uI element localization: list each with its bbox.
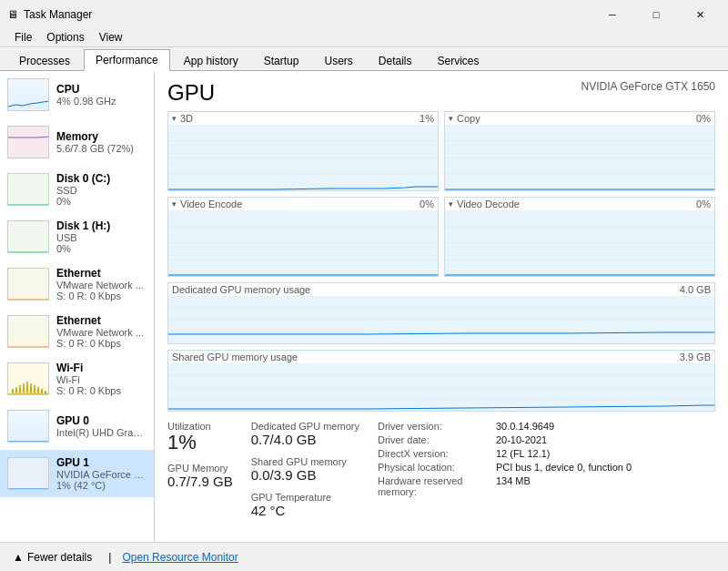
gpu1-info: GPU 1 NVIDIA GeForce G... 1% (42 °C)	[56, 456, 147, 491]
directx-value: 12 (FL 12.1)	[496, 448, 551, 459]
menu-bar: File Options View	[0, 27, 728, 47]
wifi-name: Wi-Fi	[56, 362, 147, 374]
gpu1-name: GPU 1	[56, 456, 147, 469]
graph-copy: ▾ Copy 0%	[444, 111, 715, 191]
cpu-value: 4% 0.98 GHz	[56, 96, 147, 107]
gpu0-info: GPU 0 Intel(R) UHD Grap...	[56, 414, 147, 438]
sidebar-item-eth0[interactable]: Ethernet VMware Network ... S: 0 R: 0 Kb…	[0, 260, 154, 308]
tab-users[interactable]: Users	[312, 50, 364, 71]
sidebar-item-disk0[interactable]: Disk 0 (C:) SSD 0%	[0, 166, 154, 213]
disk1-info: Disk 1 (H:) USB 0%	[56, 219, 147, 254]
tab-performance[interactable]: Performance	[84, 49, 170, 71]
graph-3d: ▾ 3D 1%	[167, 111, 439, 191]
chevron-vencode-icon: ▾	[172, 199, 177, 209]
graph-copy-header: ▾ Copy 0%	[445, 112, 714, 125]
shared-gpu-value: 0.0/3.9 GB	[251, 467, 359, 483]
physical-location-value: PCI bus 1, device 0, function 0	[496, 462, 632, 473]
disk0-thumbnail	[7, 173, 49, 206]
graph-3d-area	[168, 125, 438, 190]
menu-options[interactable]: Options	[39, 29, 91, 46]
menu-view[interactable]: View	[92, 29, 130, 46]
graph-shared-header: Shared GPU memory usage 3.9 GB	[168, 351, 714, 363]
gpu-memory-label: GPU Memory	[167, 463, 233, 474]
minimize-button[interactable]: ─	[592, 5, 633, 24]
tab-startup[interactable]: Startup	[252, 50, 311, 71]
right-panel: GPU NVIDIA GeForce GTX 1650 ▾ 3D 1%	[155, 71, 728, 542]
graph-dedicated-label: Dedicated GPU memory usage	[172, 284, 310, 295]
graph-3d-value: 1%	[420, 113, 434, 124]
disk0-info: Disk 0 (C:) SSD 0%	[56, 172, 147, 207]
stats-mid: Dedicated GPU memory 0.7/4.0 GB Shared G…	[251, 421, 359, 527]
disk1-type: USB	[56, 232, 147, 243]
tab-app-history[interactable]: App history	[172, 50, 250, 71]
wifi-sub: Wi-Fi	[56, 374, 147, 385]
tab-processes[interactable]: Processes	[7, 50, 82, 71]
sidebar-item-gpu1[interactable]: GPU 1 NVIDIA GeForce G... 1% (42 °C)	[0, 450, 154, 497]
cpu-thumbnail	[7, 78, 49, 111]
wifi-thumbnail	[7, 362, 49, 395]
gpu1-sub: NVIDIA GeForce G...	[56, 469, 147, 480]
graph-copy-area	[445, 125, 714, 190]
gpu-temp-value: 42 °C	[251, 503, 359, 518]
menu-file[interactable]: File	[7, 29, 39, 46]
eth0-info: Ethernet VMware Network ... S: 0 R: 0 Kb…	[56, 267, 147, 301]
footer: ▲ Fewer details | Open Resource Monitor	[0, 542, 728, 571]
sidebar-item-disk1[interactable]: Disk 1 (H:) USB 0%	[0, 213, 154, 260]
driver-version-row: Driver version: 30.0.14.9649	[378, 421, 715, 432]
graph-vencode-header: ▾ Video Encode 0%	[168, 198, 438, 210]
reserved-memory-label: Hardware reserved memory:	[378, 475, 496, 497]
maximize-button[interactable]: □	[635, 5, 677, 24]
graph-vdecode-value: 0%	[696, 199, 711, 209]
app-icon: 🖥	[7, 8, 18, 21]
tab-services[interactable]: Services	[426, 50, 491, 71]
chevron-vdecode-icon: ▾	[449, 199, 453, 209]
sidebar-item-memory[interactable]: Memory 5.6/7.8 GB (72%)	[0, 118, 154, 166]
memory-thumbnail	[7, 126, 49, 158]
separator: |	[108, 551, 111, 564]
memory-info: Memory 5.6/7.8 GB (72%)	[56, 130, 147, 154]
graph-copy-label: Copy	[457, 113, 480, 124]
driver-info: Driver version: 30.0.14.9649 Driver date…	[378, 421, 715, 527]
graph-vdecode-header: ▾ Video Decode 0%	[445, 198, 714, 210]
graph-vdecode-label: Video Decode	[457, 199, 520, 209]
panel-title: GPU	[167, 80, 215, 106]
gpu-memory-stat: GPU Memory 0.7/7.9 GB	[167, 463, 233, 489]
fewer-details-button[interactable]: ▲ Fewer details	[7, 548, 97, 566]
eth1-name: Ethernet	[56, 314, 147, 327]
fewer-details-label: Fewer details	[27, 551, 92, 564]
small-graphs-grid: ▾ 3D 1% ▾	[167, 111, 715, 277]
reserved-memory-row: Hardware reserved memory: 134 MB	[378, 475, 715, 497]
close-button[interactable]: ✕	[679, 5, 721, 24]
panel-header: GPU NVIDIA GeForce GTX 1650	[167, 80, 715, 106]
eth1-info: Ethernet VMware Network ... S: 0 R: 0 Kb…	[56, 314, 147, 349]
driver-date-row: Driver date: 20-10-2021	[378, 434, 715, 445]
utilization-stat: Utilization 1%	[167, 421, 233, 454]
directx-row: DirectX version: 12 (FL 12.1)	[378, 448, 715, 459]
wifi-info: Wi-Fi Wi-Fi S: 0 R: 0 Kbps	[56, 362, 147, 396]
stats-left: Utilization 1% GPU Memory 0.7/7.9 GB	[167, 421, 233, 527]
gpu1-thumbnail	[7, 457, 49, 490]
physical-location-label: Physical location:	[378, 462, 496, 473]
graph-vencode: ▾ Video Encode 0%	[167, 197, 439, 277]
chevron-copy-icon: ▾	[449, 114, 453, 123]
graph-vdecode: ▾ Video Decode 0%	[444, 197, 715, 277]
eth1-value: S: 0 R: 0 Kbps	[56, 338, 147, 349]
sidebar-item-gpu0[interactable]: GPU 0 Intel(R) UHD Grap...	[0, 403, 154, 450]
dedicated-gpu-stat: Dedicated GPU memory 0.7/4.0 GB	[251, 421, 359, 447]
title-bar: 🖥 Task Manager ─ □ ✕	[0, 0, 728, 27]
sidebar-item-cpu[interactable]: CPU 4% 0.98 GHz	[0, 71, 154, 118]
driver-date-value: 20-10-2021	[496, 434, 547, 445]
eth1-sub: VMware Network ...	[56, 327, 147, 338]
eth0-sub: VMware Network ...	[56, 280, 147, 291]
tab-details[interactable]: Details	[367, 50, 424, 71]
panel-subtitle: NVIDIA GeForce GTX 1650	[581, 80, 715, 93]
graph-shared-mem: Shared GPU memory usage 3.9 GB	[167, 350, 715, 412]
sidebar-item-eth1[interactable]: Ethernet VMware Network ... S: 0 R: 0 Kb…	[0, 308, 154, 355]
gpu0-name: GPU 0	[56, 414, 147, 427]
memory-value: 5.6/7.8 GB (72%)	[56, 143, 147, 154]
physical-location-row: Physical location: PCI bus 1, device 0, …	[378, 462, 715, 473]
sidebar-item-wifi[interactable]: Wi-Fi Wi-Fi S: 0 R: 0 Kbps	[0, 355, 154, 403]
open-resource-monitor-link[interactable]: Open Resource Monitor	[122, 551, 238, 564]
eth1-thumbnail	[7, 315, 49, 348]
driver-version-label: Driver version:	[378, 421, 496, 432]
